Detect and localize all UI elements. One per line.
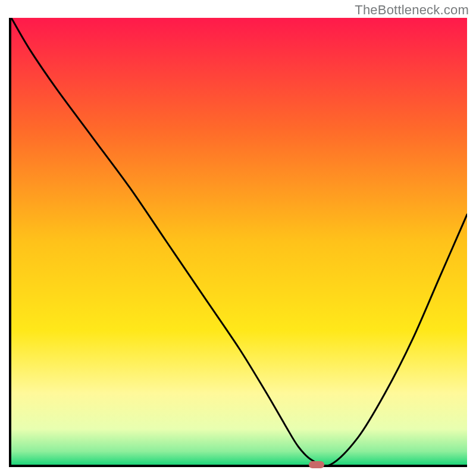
optimum-marker — [309, 461, 324, 468]
plot-area — [9, 18, 467, 467]
x-axis — [9, 465, 467, 467]
attribution-label: TheBottleneck.com — [355, 2, 469, 18]
chart-canvas: TheBottleneck.com — [0, 0, 476, 476]
y-axis — [9, 18, 11, 467]
bottleneck-curve — [9, 18, 467, 467]
